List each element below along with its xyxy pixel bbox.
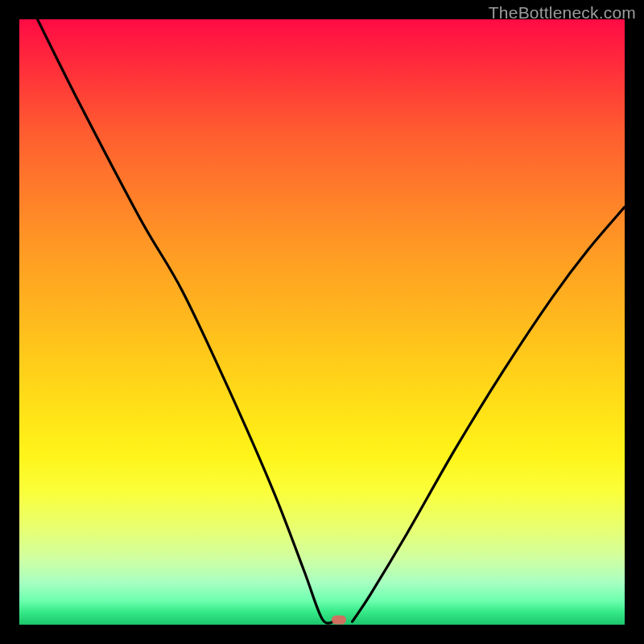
plot-area xyxy=(19,19,625,625)
bottleneck-curve xyxy=(19,19,625,625)
optimum-marker xyxy=(332,615,346,624)
curve-left-branch xyxy=(38,19,334,623)
curve-right-branch xyxy=(353,207,625,621)
chart-frame: TheBottleneck.com xyxy=(0,0,644,644)
